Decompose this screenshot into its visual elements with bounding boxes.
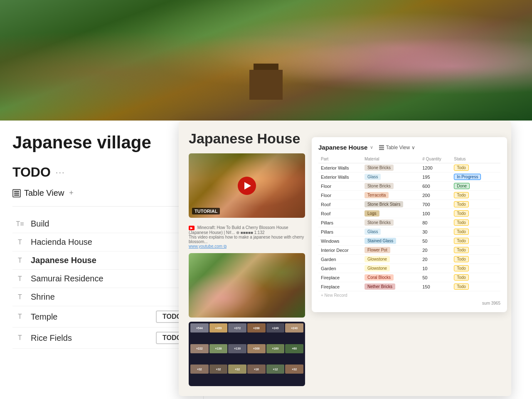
cell-quantity: 20 [420,246,451,255]
cell-status: Done [451,182,494,191]
cell-part: Pillars [318,218,362,227]
cell-status: Todo [451,255,494,264]
quantity-sum: sum 3965 [318,299,500,305]
table-row: Exterior Walls Glass 195 In Progress [318,172,500,182]
sidebar-item-temple[interactable]: T Temple TODO [12,306,191,328]
cell-action [494,246,500,255]
cell-status: Todo [451,236,494,246]
sidebar-item-samurai[interactable]: T Samurai Residence [12,270,191,288]
video-desc: This video explains how to make a japane… [189,235,304,244]
cell-material: Coral Blocks [362,273,420,282]
cell-status: Todo [451,273,494,282]
materials-thumbnail: ×544×459×372×288×249×240×222×138×130×300… [189,322,305,386]
cell-quantity: 150 [420,282,451,291]
cell-action [494,282,500,291]
cell-quantity: 1200 [420,163,451,172]
sidebar-item-hacienda[interactable]: T Hacienda House [12,233,191,251]
cell-part: Floor [318,182,362,191]
type-icon-build: T≡ [15,220,25,228]
cell-material: Glowstone [362,255,420,264]
cell-part: Fireplace [318,273,362,282]
cell-action [494,255,500,264]
video-url[interactable]: www.youtube.com ⧉ [189,244,227,249]
jh-inner: TUTORIAL ▶ Minecraft: How To Build a Che… [189,153,501,386]
table-view-label: Table View [24,188,64,198]
cell-quantity: 600 [420,182,451,191]
table-row: Pillars Stone Bricks 80 Todo [318,218,500,227]
add-view-button[interactable]: + [69,189,74,197]
cell-status: Todo [451,227,494,236]
parts-table: Part Material # Quantity Status Exterior… [318,155,500,291]
cell-action [494,236,500,246]
todo-title: TODO [12,165,51,180]
label-rice-fields: Rice Fields [31,333,72,343]
label-shrine: Shrine [31,292,55,302]
cell-quantity: 200 [420,191,451,200]
play-button[interactable] [238,177,256,195]
cell-quantity: 700 [420,200,451,209]
cell-material: Logs [362,209,420,218]
svg-rect-3 [379,145,384,146]
cell-action [494,163,500,172]
type-icon-shrine: T [15,293,25,301]
thumbnail-grid: TUTORIAL ▶ Minecraft: How To Build a Che… [189,153,305,386]
cell-action [494,227,500,236]
cell-material: Flower Pot [362,246,420,255]
label-hacienda: Hacienda House [31,237,92,247]
cell-action [494,200,500,209]
cell-material: Stained Glass [362,236,420,246]
table-view-row[interactable]: Table View + [12,188,191,207]
cell-part: Floor [318,191,362,200]
cell-material: Glowstone [362,264,420,273]
new-record-button[interactable]: + New Record [318,291,500,299]
label-build: Build [31,219,49,229]
col-part: Part [318,155,362,163]
table-row: Interior Decor Flower Pot 20 Todo [318,246,500,255]
table-row: Roof Logs 100 Todo [318,209,500,218]
view-table-icon [379,145,384,150]
view-label: Table View [386,145,410,150]
col-quantity: # Quantity [420,155,451,163]
cell-quantity: 195 [420,172,451,182]
cell-part: Exterior Walls [318,172,362,182]
video-meta: ▶ Minecraft: How To Build a Cherry Bloss… [189,225,305,249]
todo-dots: ··· [56,167,65,177]
cell-status: Todo [451,200,494,209]
type-icon-rice-fields: T [15,334,25,342]
col-actions [494,155,500,163]
cell-material: Stone Bricks [362,218,420,227]
sidebar-item-japanese-house[interactable]: T Japanese House [12,251,191,270]
cell-quantity: 30 [420,227,451,236]
table-row: Garden Glowstone 10 Todo [318,264,500,273]
sidebar-item-build[interactable]: T≡ Build [12,215,191,233]
main-layout: Japanese village TODO ··· Table View + T… [0,121,532,399]
label-samurai: Samurai Residence [31,274,103,283]
table-view-selector[interactable]: Table View ∨ [379,145,415,150]
cell-action [494,264,500,273]
sidebar-item-rice-fields[interactable]: T Rice Fields TODO [12,328,191,349]
table-row: Roof Stone Brick Stairs 700 Todo [318,200,500,209]
jh-card: Japanese House TUTORIAL ▶ Minecraft: How… [179,121,511,396]
cell-status: In Progress [451,172,494,182]
floating-overlay: Japanese House TUTORIAL ▶ Minecraft: How… [179,121,511,396]
cell-quantity: 80 [420,218,451,227]
type-icon-hacienda: T [15,239,25,246]
table-row: Windows Stained Glass 50 Todo [318,236,500,246]
cell-quantity: 50 [420,273,451,282]
nav-list: T≡ Build T Hacienda House T Japanese Hou… [12,215,191,349]
cell-status: Todo [451,209,494,218]
table-row: Floor Stone Bricks 600 Done [318,182,500,191]
svg-rect-0 [14,191,19,192]
page-title: Japanese village [12,133,191,152]
video-thumbnail[interactable]: TUTORIAL [189,153,305,218]
table-row: Exterior Walls Stone Bricks 1200 Todo [318,163,500,172]
cell-material: Terracotta [362,191,420,200]
cell-part: Interior Decor [318,246,362,255]
table-row: Fireplace Nether Bricks 150 Todo [318,282,500,291]
sidebar-item-shrine[interactable]: T Shrine [12,288,191,306]
label-temple: Temple [31,312,57,322]
cell-status: Todo [451,191,494,200]
todo-header: TODO ··· [12,165,191,180]
label-japanese-house: Japanese House [31,256,96,265]
cell-action [494,209,500,218]
